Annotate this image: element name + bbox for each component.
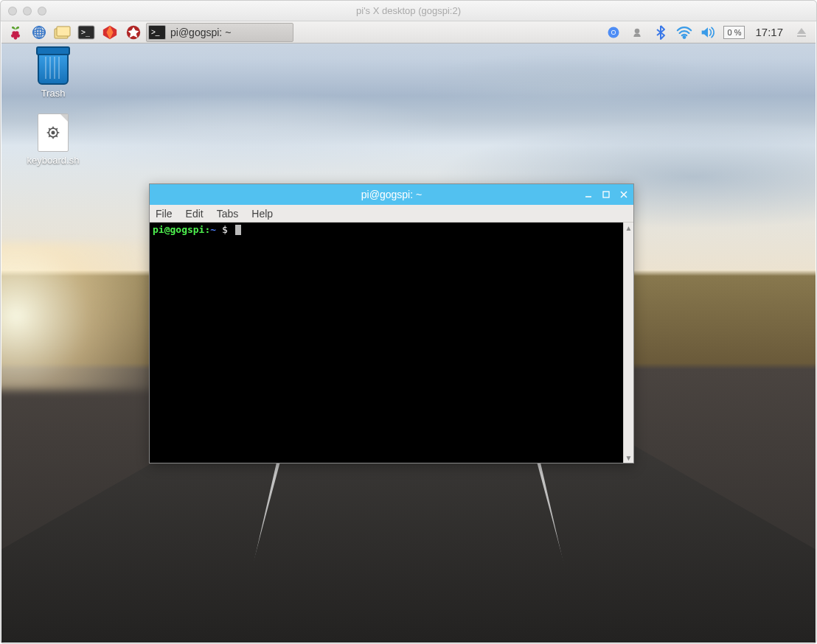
file-manager-icon[interactable] <box>52 23 74 42</box>
keyboard-script-icon[interactable]: keyboard.sh <box>24 113 83 166</box>
svg-rect-27 <box>603 192 609 197</box>
svg-point-20 <box>612 30 616 34</box>
terminal-titlebar[interactable]: pi@gogspi: ~ <box>150 184 633 205</box>
chromium-tray-icon[interactable] <box>605 24 622 41</box>
svg-text:>_: >_ <box>81 28 91 37</box>
shell-file-icon <box>38 113 69 152</box>
mac-window-title: pi's X desktop (gogspi:2) <box>356 5 461 16</box>
terminal-title: pi@gogspi: ~ <box>361 189 422 200</box>
trash-icon <box>38 51 69 85</box>
mac-traffic-lights[interactable] <box>8 7 46 15</box>
prompt-path: ~ <box>210 224 216 235</box>
svg-rect-23 <box>797 35 806 37</box>
taskbar-app-label: pi@gogspi: ~ <box>170 27 231 38</box>
svg-point-3 <box>11 34 15 38</box>
terminal-menubar: File Edit Tabs Help <box>150 205 633 223</box>
bluetooth-icon[interactable] <box>653 24 669 41</box>
raspberry-menu-icon[interactable] <box>4 23 27 42</box>
terminal-body: pi@gogspi:~ $ ▲ ▼ <box>150 223 633 463</box>
terminal-window[interactable]: pi@gogspi: ~ File Edit Tabs Help pi@gogs… <box>149 183 634 463</box>
panel-clock[interactable]: 17:17 <box>752 26 786 38</box>
eject-icon[interactable] <box>793 24 810 41</box>
prompt-dollar: $ <box>222 224 228 235</box>
keyboard-script-label: keyboard.sh <box>24 155 83 166</box>
desktop-icons: Trash keyboard.sh <box>24 51 83 166</box>
vnc-viewport: >_ >_ pi@gogspi: ~ <box>1 21 816 643</box>
svg-point-5 <box>14 36 18 40</box>
minimize-button[interactable] <box>583 189 594 200</box>
mac-minimize-dot[interactable] <box>23 7 32 15</box>
mac-zoom-dot[interactable] <box>38 7 46 15</box>
web-browser-icon[interactable] <box>28 23 50 42</box>
terminal-launcher-icon[interactable]: >_ <box>75 23 97 42</box>
taskbar-app-button[interactable]: >_ pi@gogspi: ~ <box>146 23 293 42</box>
wolfram-icon[interactable] <box>122 23 145 42</box>
menu-edit[interactable]: Edit <box>186 208 204 220</box>
wifi-icon[interactable] <box>676 24 692 41</box>
terminal-cursor <box>235 225 241 235</box>
volume-icon[interactable] <box>700 24 716 41</box>
panel-taskbar: >_ >_ pi@gogspi: ~ <box>1 21 816 43</box>
system-tray: 0 % 17:17 <box>605 24 813 41</box>
mac-close-dot[interactable] <box>8 7 17 15</box>
trash-desktop-icon[interactable]: Trash <box>24 51 83 99</box>
svg-point-25 <box>52 131 54 133</box>
terminal-content[interactable]: pi@gogspi:~ $ <box>150 223 623 463</box>
prompt-userhost: pi@gogspi <box>153 224 204 235</box>
svg-point-21 <box>635 28 640 33</box>
menu-tabs[interactable]: Tabs <box>217 208 239 220</box>
trash-label: Trash <box>24 88 83 99</box>
cpu-usage-indicator[interactable]: 0 % <box>723 26 745 39</box>
scroll-down-icon[interactable]: ▼ <box>624 452 633 463</box>
menu-file[interactable]: File <box>156 208 173 220</box>
taskbar-app-terminal-icon: >_ <box>148 25 166 40</box>
scroll-up-icon[interactable]: ▲ <box>624 223 633 233</box>
svg-rect-12 <box>57 27 70 36</box>
svg-point-4 <box>16 34 20 38</box>
vnc-outer-window: pi's X desktop (gogspi:2) >_ <box>0 0 817 644</box>
terminal-scrollbar[interactable]: ▲ ▼ <box>623 223 633 463</box>
menu-help[interactable]: Help <box>251 208 273 220</box>
vnc-tray-icon[interactable] <box>629 24 645 41</box>
svg-point-22 <box>684 36 686 38</box>
close-button[interactable] <box>619 189 629 200</box>
maximize-button[interactable] <box>601 189 611 200</box>
mac-titlebar: pi's X desktop (gogspi:2) <box>1 1 816 21</box>
mathematica-icon[interactable] <box>99 23 121 42</box>
